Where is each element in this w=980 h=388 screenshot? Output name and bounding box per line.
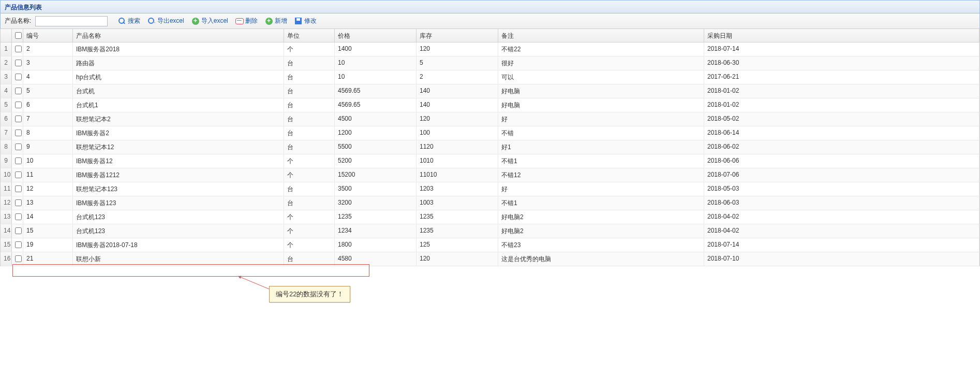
- grid-header: 编号 产品名称 单位 价格 库存 备注 采购日期: [1, 29, 979, 42]
- header-check[interactable]: [12, 29, 23, 42]
- table-row[interactable]: 910IBM服务器12个52001010不错12018-06-06: [1, 154, 979, 168]
- cell-date: 2017-06-21: [704, 70, 979, 84]
- add-button[interactable]: 新增: [263, 16, 289, 26]
- row-checkbox[interactable]: [15, 116, 22, 122]
- row-checkbox[interactable]: [15, 199, 22, 206]
- search-input[interactable]: [35, 16, 108, 26]
- cell-price: 1235: [335, 210, 417, 224]
- row-checkbox[interactable]: [15, 213, 22, 220]
- cell-check[interactable]: [12, 224, 23, 238]
- row-checkbox[interactable]: [15, 185, 22, 192]
- cell-check[interactable]: [12, 238, 23, 252]
- cell-stock: 120: [417, 42, 498, 56]
- row-checkbox[interactable]: [15, 171, 22, 178]
- cell-stock: 1120: [417, 140, 498, 154]
- table-row[interactable]: 78IBM服务器2台1200100不错2018-06-14: [1, 126, 979, 140]
- header-rownum: [1, 29, 12, 42]
- row-checkbox[interactable]: [15, 227, 22, 234]
- header-remark[interactable]: 备注: [498, 29, 704, 42]
- row-checkbox[interactable]: [15, 130, 22, 136]
- annotation-highlight-box: [12, 264, 369, 266]
- cell-name: IBM服务器12: [73, 154, 284, 168]
- table-row[interactable]: 67联想笔记本2台4500120好2018-05-02: [1, 112, 979, 126]
- cell-stock: 1235: [417, 224, 498, 238]
- cell-remark: 不错1: [498, 154, 704, 168]
- cell-stock: 1203: [417, 182, 498, 196]
- header-price[interactable]: 价格: [335, 29, 417, 42]
- cell-check[interactable]: [12, 42, 23, 56]
- header-id[interactable]: 编号: [23, 29, 73, 42]
- cell-check[interactable]: [12, 140, 23, 154]
- cell-price: 4569.65: [335, 84, 417, 98]
- row-checkbox[interactable]: [15, 88, 22, 94]
- header-name[interactable]: 产品名称: [73, 29, 284, 42]
- search-button[interactable]: 搜索: [116, 16, 142, 26]
- cell-check[interactable]: [12, 210, 23, 224]
- cell-rownum: 3: [1, 70, 12, 84]
- cell-name: 台式机123: [73, 224, 284, 238]
- cell-check[interactable]: [12, 112, 23, 126]
- cell-check[interactable]: [12, 182, 23, 196]
- cell-date: 2018-07-06: [704, 168, 979, 182]
- search-button-label: 搜索: [128, 17, 140, 25]
- cell-name: IBM服务器2: [73, 126, 284, 140]
- cell-stock: 140: [417, 84, 498, 98]
- cell-date: 2018-04-02: [704, 224, 979, 238]
- table-row[interactable]: 1213IBM服务器123台32001003不错12018-06-03: [1, 196, 979, 210]
- export-excel-button[interactable]: 导出excel: [145, 16, 186, 26]
- table-row[interactable]: 1112联想笔记本123台35001203好2018-05-03: [1, 182, 979, 196]
- cell-unit: 个: [284, 224, 335, 238]
- cell-check[interactable]: [12, 154, 23, 168]
- table-row[interactable]: 34hp台式机台102可以2017-06-21: [1, 70, 979, 84]
- cell-remark: 不错22: [498, 42, 704, 56]
- header-unit[interactable]: 单位: [284, 29, 335, 42]
- row-checkbox[interactable]: [15, 60, 22, 66]
- cell-check[interactable]: [12, 70, 23, 84]
- row-checkbox[interactable]: [15, 157, 22, 164]
- row-checkbox[interactable]: [15, 241, 22, 248]
- table-row[interactable]: 12IBM服务器2018个1400120不错222018-07-14: [1, 42, 979, 56]
- cell-check[interactable]: [12, 196, 23, 210]
- edit-button[interactable]: 修改: [292, 16, 319, 26]
- cell-unit: 台: [284, 140, 335, 154]
- header-stock[interactable]: 库存: [417, 29, 498, 42]
- cell-remark: 好电脑2: [498, 210, 704, 224]
- cell-check[interactable]: [12, 98, 23, 112]
- header-checkbox[interactable]: [15, 32, 22, 39]
- delete-button[interactable]: 删除: [233, 16, 260, 26]
- cell-rownum: 13: [1, 210, 12, 224]
- table-row[interactable]: 89联想笔记本12台55001120好12018-06-02: [1, 140, 979, 154]
- table-row[interactable]: 45台式机台4569.65140好电脑2018-01-02: [1, 84, 979, 98]
- cell-id: 13: [23, 196, 73, 210]
- table-row[interactable]: 56台式机1台4569.65140好电脑2018-01-02: [1, 98, 979, 112]
- cell-id: 5: [23, 84, 73, 98]
- cell-price: 10: [335, 70, 417, 84]
- table-row[interactable]: 1415台式机123个12341235好电脑22018-04-02: [1, 224, 979, 238]
- cell-rownum: 14: [1, 224, 12, 238]
- header-date[interactable]: 采购日期: [704, 29, 979, 42]
- row-checkbox[interactable]: [15, 46, 22, 52]
- cell-price: 1400: [335, 42, 417, 56]
- cell-rownum: 4: [1, 84, 12, 98]
- import-excel-button[interactable]: 导入excel: [189, 16, 230, 26]
- row-checkbox[interactable]: [15, 74, 22, 80]
- import-excel-label: 导入excel: [201, 17, 228, 25]
- row-checkbox[interactable]: [15, 102, 22, 108]
- cell-check[interactable]: [12, 84, 23, 98]
- cell-unit: 个: [284, 168, 335, 182]
- cell-check[interactable]: [12, 126, 23, 140]
- cell-name: 台式机1: [73, 98, 284, 112]
- table-row[interactable]: 23路由器台105很好2018-06-30: [1, 56, 979, 70]
- row-checkbox[interactable]: [15, 255, 22, 262]
- cell-check[interactable]: [12, 168, 23, 182]
- cell-stock: 1003: [417, 196, 498, 210]
- table-row[interactable]: 1314台式机123个12351235好电脑22018-04-02: [1, 210, 979, 224]
- cell-check[interactable]: [12, 56, 23, 70]
- table-row[interactable]: 1011IBM服务器1212个1520011010不错122018-07-06: [1, 168, 979, 182]
- table-row[interactable]: 1519IBM服务器2018-07-18个1800125不错232018-07-…: [1, 238, 979, 252]
- cell-id: 11: [23, 168, 73, 182]
- cell-name: IBM服务器123: [73, 196, 284, 210]
- delete-label: 删除: [245, 17, 258, 25]
- row-checkbox[interactable]: [15, 143, 22, 150]
- cell-name: 台式机123: [73, 210, 284, 224]
